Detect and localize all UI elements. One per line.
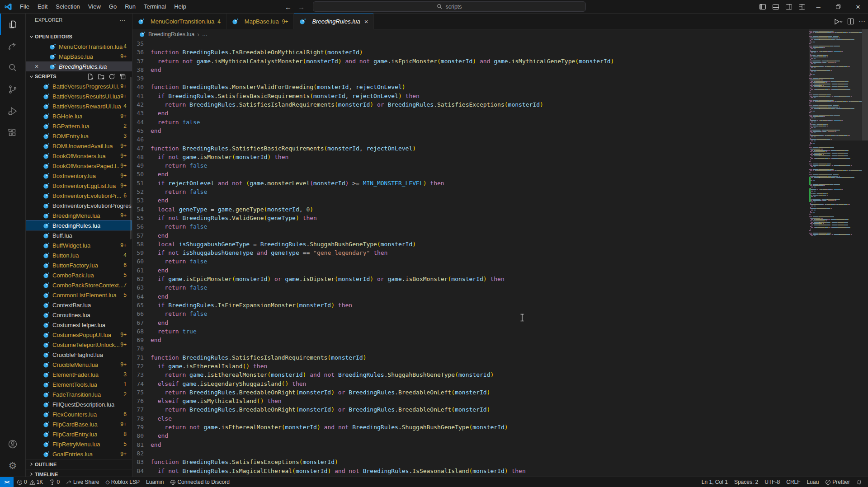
status-indentation[interactable]: Spaces: 2 bbox=[731, 477, 761, 487]
refresh-icon[interactable] bbox=[108, 72, 116, 80]
minimap-slider[interactable] bbox=[809, 29, 862, 140]
menu-item-view[interactable]: View bbox=[84, 0, 105, 14]
line-number[interactable]: 79 bbox=[132, 423, 144, 431]
open-editors-header[interactable]: OPEN EDITORS bbox=[26, 32, 132, 42]
rojo-sync-icon[interactable] bbox=[0, 35, 25, 57]
code-line[interactable]: 47function BreedingRules.SatisfiesBasicR… bbox=[132, 144, 868, 153]
line-number[interactable]: 54 bbox=[132, 205, 144, 214]
line-number[interactable]: 62 bbox=[132, 275, 144, 283]
code-line[interactable]: 54 local geneType = game.geneType(monste… bbox=[132, 205, 868, 214]
tab-close-icon[interactable]: × bbox=[364, 18, 368, 25]
script-file-item[interactable]: GoalEntries.lua9+ bbox=[26, 449, 132, 459]
code-line[interactable]: 68 return true bbox=[132, 327, 868, 336]
code-line[interactable]: 77 return BreedingRules.BreedableOnRight… bbox=[132, 405, 868, 414]
code-line[interactable]: 82 bbox=[132, 449, 868, 458]
line-number[interactable]: 74 bbox=[132, 379, 144, 388]
line-number[interactable]: 50 bbox=[132, 170, 144, 178]
code-line[interactable]: 38end bbox=[132, 66, 868, 74]
line-number[interactable]: 37 bbox=[132, 57, 144, 66]
code-line[interactable]: 42 return BreedingRules.SatisfiesIslandR… bbox=[132, 100, 868, 109]
line-number[interactable]: 67 bbox=[132, 318, 144, 327]
collapse-all-icon[interactable] bbox=[118, 72, 127, 80]
menu-item-go[interactable]: Go bbox=[105, 0, 121, 14]
line-number[interactable]: 43 bbox=[132, 109, 144, 117]
script-file-item[interactable]: CostumesPopupUI.lua9+ bbox=[26, 330, 132, 340]
line-number[interactable]: 65 bbox=[132, 301, 144, 309]
code-line[interactable]: 57 end bbox=[132, 231, 868, 240]
customize-layout-icon[interactable] bbox=[795, 0, 808, 14]
script-file-item[interactable]: Coroutines.lua bbox=[26, 310, 132, 320]
toggle-sidebar-icon[interactable] bbox=[756, 0, 769, 14]
code-line[interactable]: 50 end bbox=[132, 170, 868, 178]
status-problems[interactable]: 01K bbox=[14, 477, 46, 487]
code-line[interactable]: 44 return false bbox=[132, 118, 868, 126]
script-file-item[interactable]: BookOfMonstersPaged.l...9+ bbox=[26, 161, 132, 171]
run-debug-icon[interactable] bbox=[0, 100, 25, 122]
code-line[interactable]: 36function BreedingRules.IsBreedableOnMy… bbox=[132, 48, 868, 56]
source-control-icon[interactable] bbox=[0, 79, 25, 100]
status-language-mode[interactable]: Luau bbox=[804, 477, 822, 487]
extensions-icon[interactable] bbox=[0, 122, 25, 144]
line-number[interactable]: 70 bbox=[132, 344, 144, 353]
line-number[interactable]: 80 bbox=[132, 431, 144, 440]
timeline-header[interactable]: TIMELINE bbox=[26, 469, 132, 477]
line-number[interactable]: 84 bbox=[132, 467, 144, 475]
status-luamin[interactable]: Luamin bbox=[143, 477, 167, 487]
line-number[interactable]: 52 bbox=[132, 187, 144, 196]
script-file-item[interactable]: ButtonFactory.lua6 bbox=[26, 260, 132, 270]
script-file-item[interactable]: CostumeTeleportUnlock...9+ bbox=[26, 340, 132, 350]
status-encoding[interactable]: UTF-8 bbox=[761, 477, 783, 487]
code-line[interactable]: 40function BreedingRules.MonsterValidFor… bbox=[132, 83, 868, 91]
code-line[interactable]: 35 bbox=[132, 39, 868, 48]
code-line[interactable]: 62 if game.isEpicMonster(monsterId) or g… bbox=[132, 275, 868, 283]
scripts-header[interactable]: SCRIPTS bbox=[26, 71, 132, 81]
line-number[interactable]: 36 bbox=[132, 48, 144, 56]
code-line[interactable]: 67 end bbox=[132, 318, 868, 327]
line-number[interactable]: 35 bbox=[132, 39, 144, 48]
code-line[interactable]: 72 if game.isEtherealIsland() then bbox=[132, 362, 868, 370]
script-file-item[interactable]: BoxInventoryEggList.lua9+ bbox=[26, 181, 132, 191]
line-number[interactable]: 66 bbox=[132, 309, 144, 318]
code-line[interactable]: 75 return BreedingRules.BreedableOnRight… bbox=[132, 388, 868, 397]
script-file-item[interactable]: BoxInventory.lua9+ bbox=[26, 171, 132, 181]
script-file-item[interactable]: BattleVersusResultsUI.lua9+ bbox=[26, 91, 132, 101]
line-number[interactable]: 44 bbox=[132, 118, 144, 126]
script-file-item[interactable]: ComboPackStoreContext....7 bbox=[26, 280, 132, 290]
outline-header[interactable]: OUTLINE bbox=[26, 459, 132, 469]
line-number[interactable]: 40 bbox=[132, 83, 144, 91]
line-number[interactable]: 38 bbox=[132, 66, 144, 74]
editor-scrollbar[interactable] bbox=[862, 29, 868, 140]
code-line[interactable]: 37 return not game.isMythicalCatalystMon… bbox=[132, 57, 868, 66]
line-number[interactable]: 78 bbox=[132, 414, 144, 423]
status-discord-status[interactable]: Connected to Discord bbox=[167, 477, 232, 487]
status-formatter[interactable]: Prettier bbox=[822, 477, 853, 487]
code-line[interactable]: 80 end bbox=[132, 431, 868, 440]
line-number[interactable]: 81 bbox=[132, 440, 144, 449]
open-editor-item[interactable]: ×BreedingRules.lua bbox=[26, 61, 132, 71]
menu-item-file[interactable]: File bbox=[16, 0, 33, 14]
status-eol[interactable]: CRLF bbox=[783, 477, 803, 487]
script-file-item[interactable]: Button.lua4 bbox=[26, 250, 132, 260]
menu-item-selection[interactable]: Selection bbox=[52, 0, 84, 14]
status-ports[interactable]: 0 bbox=[46, 477, 63, 487]
script-file-item[interactable]: FlipRetryMenu.lua5 bbox=[26, 439, 132, 449]
code-line[interactable]: 66 return false bbox=[132, 309, 868, 318]
editor-tab[interactable]: BreedingRules.lua× bbox=[294, 14, 374, 29]
status-cursor-position[interactable]: Ln 1, Col 1 bbox=[698, 477, 731, 487]
line-number[interactable]: 41 bbox=[132, 92, 144, 100]
status-roblox-lsp[interactable]: ◇Roblox LSP bbox=[102, 477, 143, 487]
script-file-item[interactable]: BOMEntry.lua3 bbox=[26, 131, 132, 141]
line-number[interactable]: 45 bbox=[132, 126, 144, 135]
code-line[interactable]: 49 return false bbox=[132, 161, 868, 170]
code-line[interactable]: 61 end bbox=[132, 266, 868, 275]
toggle-panel-icon[interactable] bbox=[769, 0, 782, 14]
script-file-item[interactable]: BOMUnownedAvail.lua9+ bbox=[26, 141, 132, 151]
code-line[interactable]: 41 if BreedingRules.SatisfiesBasicRequir… bbox=[132, 92, 868, 100]
script-file-item[interactable]: BattleVersusRewardUI.lua4 bbox=[26, 101, 132, 111]
code-line[interactable]: 39 bbox=[132, 74, 868, 83]
code-line[interactable]: 65 if BreedingRules.IsFireExpansionMonst… bbox=[132, 301, 868, 309]
script-file-item[interactable]: BreedingRules.lua bbox=[26, 220, 132, 230]
script-file-item[interactable]: BreedingMenu.lua9+ bbox=[26, 211, 132, 220]
nav-back-button[interactable]: ← bbox=[285, 3, 292, 11]
status-live-share[interactable]: Live Share bbox=[63, 477, 102, 487]
